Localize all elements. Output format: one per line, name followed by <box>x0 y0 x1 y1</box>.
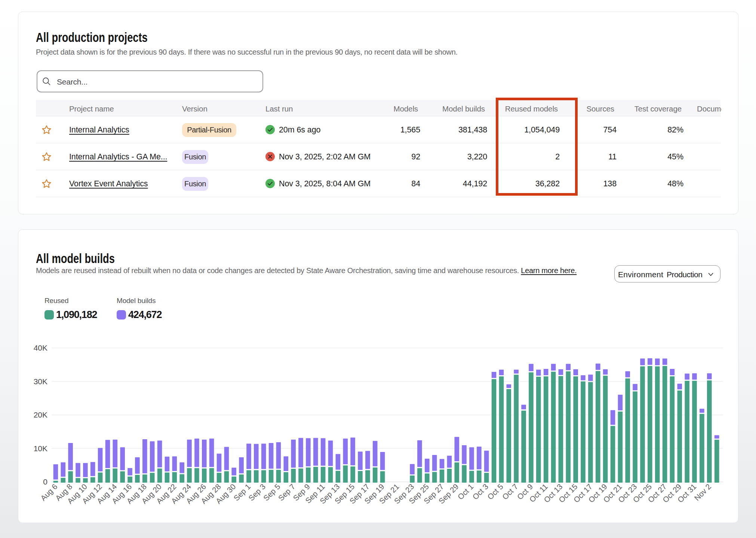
svg-text:Oct 7: Oct 7 <box>501 482 520 501</box>
svg-text:Oct 5: Oct 5 <box>486 482 505 501</box>
svg-text:Sep 7: Sep 7 <box>276 482 296 502</box>
svg-text:10K: 10K <box>34 444 47 453</box>
svg-text:Aug 6: Aug 6 <box>39 482 59 502</box>
svg-text:Sep 1: Sep 1 <box>232 482 252 502</box>
svg-text:40K: 40K <box>34 343 47 352</box>
svg-text:Sep 3: Sep 3 <box>247 482 267 502</box>
svg-text:Oct 1: Oct 1 <box>456 482 475 501</box>
svg-text:20K: 20K <box>34 410 47 419</box>
svg-text:Oct 3: Oct 3 <box>471 482 490 501</box>
svg-text:Sep 5: Sep 5 <box>262 482 282 502</box>
svg-text:30K: 30K <box>34 377 47 386</box>
svg-text:Nov 2: Nov 2 <box>692 482 713 502</box>
svg-text:0: 0 <box>43 477 47 486</box>
